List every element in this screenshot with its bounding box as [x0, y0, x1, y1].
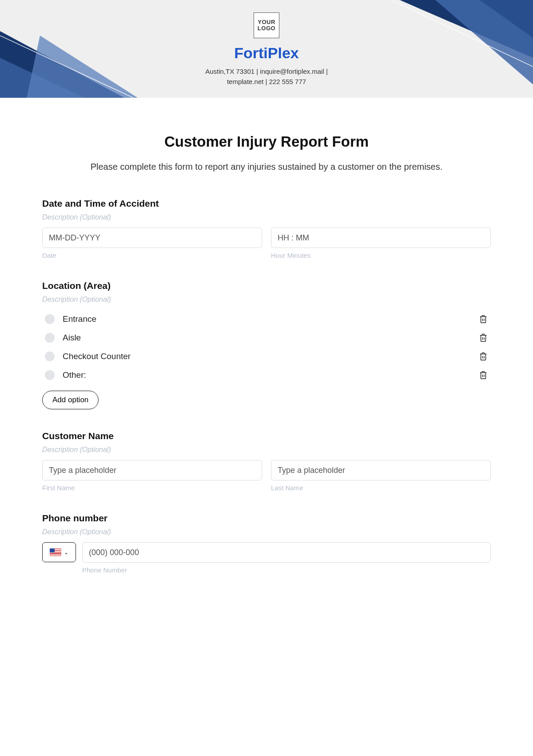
logo-text: YOUR LOGO: [258, 19, 275, 31]
location-option: Checkout Counter: [42, 347, 491, 366]
first-name-input[interactable]: [42, 460, 262, 480]
section-desc: Description (Optional): [42, 296, 491, 304]
form-title: Customer Injury Report Form: [42, 133, 491, 150]
us-flag-icon: [50, 548, 61, 556]
first-name-sublabel: First Name: [42, 484, 262, 492]
trash-icon[interactable]: [478, 333, 488, 343]
option-label: Checkout Counter: [63, 352, 478, 361]
date-sublabel: Date: [42, 252, 262, 259]
section-phone: Phone number Description (Optional) ⌄ Ph…: [42, 513, 491, 574]
contact-line1: Austin,TX 73301 | inquire@fortiplex.mail…: [0, 67, 533, 77]
section-desc: Description (Optional): [42, 213, 491, 221]
last-name-input[interactable]: [271, 460, 491, 480]
trash-icon[interactable]: [478, 352, 488, 361]
location-option: Entrance: [42, 310, 491, 328]
header-banner: YOUR LOGO FortiPlex Austin,TX 73301 | in…: [0, 0, 533, 98]
trash-icon[interactable]: [478, 370, 488, 380]
contact-info: Austin,TX 73301 | inquire@fortiplex.mail…: [0, 67, 533, 87]
add-option-button[interactable]: Add option: [42, 391, 99, 409]
section-location: Location (Area) Description (Optional) E…: [42, 280, 491, 409]
time-sublabel: Hour Minutes: [271, 252, 491, 259]
radio-button[interactable]: [45, 370, 55, 380]
date-input[interactable]: [42, 228, 262, 248]
radio-button[interactable]: [45, 352, 55, 361]
section-customer-name: Customer Name Description (Optional) Fir…: [42, 431, 491, 492]
section-title: Location (Area): [42, 280, 491, 291]
phone-input[interactable]: [82, 542, 491, 563]
chevron-down-icon: ⌄: [64, 549, 68, 556]
radio-button[interactable]: [45, 333, 55, 343]
logo-placeholder: YOUR LOGO: [254, 12, 279, 38]
location-option: Other:: [42, 366, 491, 384]
section-title: Phone number: [42, 513, 491, 524]
form-description: Please complete this form to report any …: [42, 160, 491, 174]
section-desc: Description (Optional): [42, 446, 491, 454]
section-title: Customer Name: [42, 431, 491, 441]
brand-name: FortiPlex: [0, 44, 533, 62]
trash-icon[interactable]: [478, 314, 488, 324]
option-label: Aisle: [63, 333, 478, 343]
section-datetime: Date and Time of Accident Description (O…: [42, 198, 491, 259]
section-desc: Description (Optional): [42, 528, 491, 536]
option-label: Other:: [63, 370, 478, 380]
last-name-sublabel: Last Name: [271, 484, 491, 492]
country-code-selector[interactable]: ⌄: [42, 542, 76, 562]
contact-line2: template.net | 222 555 777: [0, 77, 533, 87]
phone-sublabel: Phone Number: [82, 566, 491, 574]
section-title: Date and Time of Accident: [42, 198, 491, 209]
location-option: Aisle: [42, 328, 491, 347]
radio-button[interactable]: [45, 314, 55, 324]
time-input[interactable]: [271, 228, 491, 248]
option-label: Entrance: [63, 314, 478, 324]
